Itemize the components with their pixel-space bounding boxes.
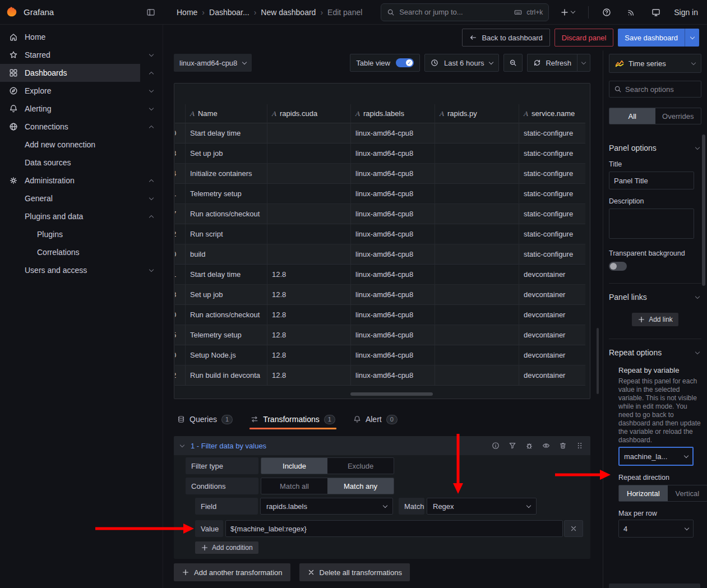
help-button[interactable] [600, 6, 613, 19]
options-scrollbar[interactable] [702, 135, 705, 286]
sidebar-link[interactable]: Connections [0, 118, 140, 136]
add-another-transformation-button[interactable]: Add another transformation [174, 563, 290, 581]
value-input[interactable] [225, 520, 563, 537]
max-per-row-dropdown[interactable]: 4 [618, 520, 694, 538]
sidebar-link[interactable]: Alerting [0, 100, 140, 118]
drag-handle-icon[interactable] [576, 442, 584, 450]
chevron-down-icon[interactable] [140, 54, 163, 56]
sidebar-link[interactable]: Dashboards [0, 64, 140, 82]
sidebar-item-users-and-access[interactable]: Users and access [0, 261, 163, 279]
sidebar-link[interactable]: Starred [0, 46, 140, 64]
discard-panel-button[interactable]: Discard panel [554, 29, 614, 47]
sidebar-link[interactable]: Correlations [0, 243, 163, 261]
clear-value-button[interactable] [564, 520, 583, 537]
time-range-picker[interactable]: Last 6 hours [424, 54, 500, 72]
repeat-options-section-header[interactable]: Repeat options [609, 348, 701, 357]
sidebar-item-explore[interactable]: Explore [0, 82, 163, 100]
eye-icon[interactable] [542, 442, 550, 450]
sidebar-item-general[interactable]: General [0, 189, 163, 207]
variable-dropdown[interactable]: linux-amd64-cpu8 [174, 54, 252, 72]
filter-type-exclude[interactable]: Exclude [327, 458, 394, 474]
save-dashboard-dropdown-button[interactable] [685, 29, 699, 47]
refresh-interval-dropdown[interactable] [577, 54, 590, 72]
repeat-variable-dropdown[interactable]: machine_la... [618, 447, 694, 466]
save-dashboard-button[interactable]: Save dashboard [618, 29, 685, 47]
sign-in-link[interactable]: Sign in [674, 8, 698, 17]
visualization-picker[interactable]: Time series [609, 54, 701, 73]
filter-icon[interactable] [509, 442, 516, 450]
back-to-dashboard-button[interactable]: Back to dashboard [462, 29, 549, 47]
table-view-switch-on[interactable]: ✓ [396, 58, 414, 67]
direction-horizontal[interactable]: Horizontal [619, 485, 668, 501]
column-header-name[interactable]: AName [186, 104, 267, 123]
column-header-rapids-py[interactable]: Arapids.py [435, 104, 519, 123]
refresh-button[interactable]: Refresh [527, 54, 577, 72]
sidebar-link[interactable]: Explore [0, 82, 140, 100]
column-header-rapids-cuda[interactable]: Arapids.cuda [267, 104, 351, 123]
add-condition-button[interactable]: Add condition [195, 541, 258, 554]
sidebar-item-administration[interactable]: Administration [0, 172, 163, 189]
sidebar-item-correlations[interactable]: Correlations [0, 243, 163, 261]
sidebar-link[interactable]: Home [0, 28, 163, 46]
chevron-down-icon[interactable] [140, 270, 163, 271]
table-view-toggle[interactable]: Table view ✓ [350, 54, 420, 72]
panel-links-section-header[interactable]: Panel links [609, 293, 701, 302]
sidebar-item-home[interactable]: Home [0, 28, 163, 46]
sidebar-link[interactable]: General [0, 189, 140, 207]
field-dropdown[interactable]: rapids.labels [260, 498, 393, 515]
new-menu-button[interactable] [558, 6, 577, 19]
sidebar-item-alerting[interactable]: Alerting [0, 100, 163, 118]
options-search[interactable] [609, 81, 701, 98]
chevron-up-icon[interactable] [140, 178, 163, 183]
conditions-match-any[interactable]: Match any [327, 478, 394, 494]
sidebar-link[interactable]: Plugins [0, 225, 163, 243]
sidebar-link[interactable]: Users and access [0, 261, 140, 279]
panel-title-input[interactable] [609, 172, 694, 189]
sidebar-toggle-button[interactable] [144, 6, 158, 19]
collapse-chevron-icon[interactable] [180, 442, 184, 447]
sidebar-item-starred[interactable]: Starred [0, 46, 163, 64]
kiosk-mode-button[interactable] [649, 6, 663, 19]
sidebar-item-add-new-connection[interactable]: Add new connection [0, 136, 163, 154]
search-bar[interactable]: ctrl+k [381, 3, 549, 21]
transformation-header[interactable]: 1 - Filter data by values [174, 436, 590, 455]
sidebar-item-data-sources[interactable]: Data sources [0, 154, 163, 172]
column-header-rapids-labels[interactable]: Arapids.labels [351, 104, 435, 123]
add-link-button[interactable]: Add link [632, 313, 678, 326]
chevron-down-icon[interactable] [140, 198, 163, 200]
tab-queries[interactable]: Queries1 [176, 411, 234, 428]
bug-icon[interactable] [525, 442, 533, 450]
direction-vertical[interactable]: Vertical [668, 485, 707, 501]
sidebar-link[interactable]: Data sources [0, 154, 163, 172]
news-button[interactable] [625, 6, 638, 19]
transparent-background-switch-off[interactable] [609, 262, 627, 271]
trash-icon[interactable] [559, 442, 567, 450]
horizontal-scrollbar[interactable] [350, 392, 433, 396]
sidebar-item-plugins[interactable]: Plugins [0, 225, 163, 243]
tab-overrides[interactable]: Overrides [655, 108, 701, 124]
conditions-match-all[interactable]: Match all [261, 478, 327, 494]
sidebar-item-dashboards[interactable]: Dashboards [0, 64, 163, 82]
tab-alert[interactable]: Alert0 [352, 411, 399, 428]
options-search-input[interactable] [625, 85, 696, 94]
breadcrumb-item-new-dashboard[interactable]: New dashboard [261, 8, 316, 17]
breadcrumb-item-dashboar[interactable]: Dashboar... [209, 8, 249, 17]
search-input[interactable] [399, 8, 510, 16]
column-header-service-name[interactable]: Aservice.name [519, 104, 585, 123]
chevron-down-icon[interactable] [140, 90, 163, 92]
chevron-down-icon[interactable] [140, 108, 163, 110]
delete-all-transformations-button[interactable]: Delete all transformations [299, 563, 410, 581]
panel-options-section-header[interactable]: Panel options [609, 143, 701, 152]
chevron-up-icon[interactable] [140, 124, 163, 129]
tab-all[interactable]: All [609, 108, 655, 124]
zoom-out-button[interactable] [503, 54, 523, 72]
sidebar-item-connections[interactable]: Connections [0, 118, 163, 136]
transformation-title[interactable]: 1 - Filter data by values [191, 442, 266, 450]
tab-transformations[interactable]: Transformations1 [249, 411, 336, 428]
main-scrollbar[interactable] [597, 328, 599, 394]
sidebar-link[interactable]: Add new connection [0, 136, 163, 154]
description-textarea[interactable] [609, 209, 694, 239]
chevron-up-icon[interactable] [140, 71, 163, 76]
match-dropdown[interactable]: Regex [427, 498, 537, 515]
sidebar-item-plugins-and-data[interactable]: Plugins and data [0, 207, 163, 225]
